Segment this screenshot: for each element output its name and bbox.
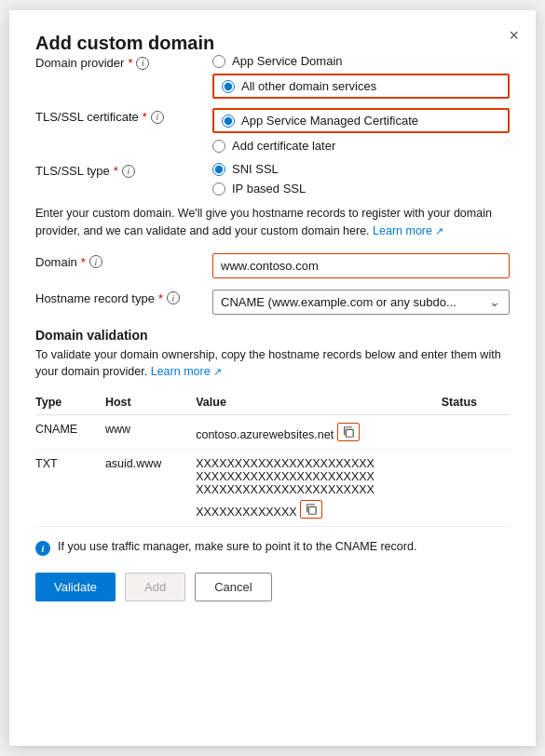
validation-description: To validate your domain ownership, copy … — [35, 346, 510, 382]
cell-type: CNAME — [35, 415, 105, 450]
cell-host: www — [105, 415, 196, 450]
cell-status — [442, 415, 510, 450]
cancel-button[interactable]: Cancel — [195, 573, 271, 601]
domain-provider-radio-app-service[interactable] — [212, 55, 225, 68]
domain-provider-all-other-box: All other domain services — [212, 74, 510, 99]
tls-ip-ssl-radio[interactable] — [212, 182, 225, 196]
domain-provider-radio-all-other[interactable] — [222, 80, 235, 93]
domain-field-info-icon[interactable]: i — [89, 255, 102, 268]
tls-managed-cert-box: App Service Managed Certificate — [212, 108, 510, 133]
records-table: Type Host Value Status CNAME www contoso… — [35, 392, 510, 527]
required-indicator: * — [114, 164, 118, 178]
add-custom-domain-dialog: Add custom domain × Domain provider * i … — [9, 10, 536, 746]
hostname-record-type-select-wrapper: CNAME (www.example.com or any subdo...A … — [212, 290, 510, 315]
svg-rect-1 — [308, 506, 316, 514]
cell-type: TXT — [35, 450, 105, 527]
tls-sni-ssl-option[interactable]: SNI SSL — [212, 162, 510, 176]
required-indicator: * — [128, 56, 132, 70]
domain-provider-app-service-domain[interactable]: App Service Domain — [212, 54, 510, 68]
domain-provider-label: Domain provider * i — [35, 54, 212, 70]
tls-sni-ssl-radio[interactable] — [212, 163, 225, 176]
hostname-record-type-row: Hostname record type * i CNAME (www.exam… — [35, 290, 510, 315]
external-link-icon: ↗ — [435, 225, 443, 236]
hostname-record-type-select[interactable]: CNAME (www.example.com or any subdo...A … — [212, 290, 510, 315]
tls-ssl-type-label: TLS/SSL type * i — [35, 162, 212, 178]
tls-ssl-type-row: TLS/SSL type * i SNI SSL IP based SSL — [35, 162, 510, 196]
required-indicator: * — [143, 110, 147, 124]
required-indicator: * — [81, 255, 86, 269]
traffic-notice: i If you use traffic manager, make sure … — [35, 540, 510, 556]
tls-ssl-cert-row: TLS/SSL certificate * i App Service Mana… — [35, 108, 510, 153]
cell-value: XXXXXXXXXXXXXXXXXXXXXXXXXXXXXXXXXXXXXXXX… — [196, 450, 442, 527]
cell-status — [442, 450, 510, 527]
hostname-record-type-label: Hostname record type * i — [35, 290, 212, 305]
tls-ssl-type-info-icon[interactable]: i — [122, 165, 135, 178]
validate-button[interactable]: Validate — [35, 573, 116, 601]
description-block: Enter your custom domain. We'll give you… — [35, 205, 510, 240]
tls-managed-cert-option[interactable]: App Service Managed Certificate — [222, 114, 418, 128]
svg-rect-0 — [346, 429, 353, 437]
domain-provider-row: Domain provider * i App Service Domain A… — [35, 54, 510, 99]
footer-buttons: Validate Add Cancel — [35, 573, 510, 601]
cell-host: asuid.www — [105, 450, 196, 527]
domain-provider-info-icon[interactable]: i — [136, 57, 149, 70]
validation-external-link-icon: ↗ — [213, 366, 222, 377]
tls-ip-ssl-option[interactable]: IP based SSL — [212, 182, 510, 196]
col-type: Type — [35, 392, 105, 415]
col-status: Status — [442, 392, 510, 415]
validation-learn-more-link[interactable]: Learn more ↗ — [151, 365, 222, 378]
tls-add-later-option[interactable]: Add certificate later — [212, 139, 510, 153]
cell-value: contoso.azurewebsites.net — [196, 415, 442, 450]
domain-validation-title: Domain validation — [35, 328, 510, 343]
table-row: TXT asuid.www XXXXXXXXXXXXXXXXXXXXXXXXXX… — [35, 450, 510, 527]
domain-provider-options: App Service Domain All other domain serv… — [212, 54, 510, 99]
domain-input-wrapper — [212, 253, 510, 278]
required-indicator: * — [158, 291, 163, 305]
learn-more-link[interactable]: Learn more ↗ — [373, 224, 443, 237]
domain-field-row: Domain * i — [35, 253, 510, 278]
dialog-title: Add custom domain — [35, 33, 214, 53]
close-button[interactable]: × — [509, 27, 519, 44]
tls-managed-cert-radio[interactable] — [222, 115, 235, 128]
tls-ssl-cert-options: App Service Managed Certificate Add cert… — [212, 108, 510, 153]
hostname-record-type-info-icon[interactable]: i — [167, 291, 180, 304]
add-button: Add — [125, 573, 185, 601]
tls-add-later-radio[interactable] — [212, 140, 225, 153]
tls-ssl-cert-info-icon[interactable]: i — [151, 111, 164, 124]
table-row: CNAME www contoso.azurewebsites.net — [35, 415, 510, 450]
col-host: Host — [105, 392, 196, 415]
copy-txt-value-button[interactable] — [300, 500, 322, 519]
notice-icon: i — [35, 541, 50, 556]
domain-input[interactable] — [212, 253, 510, 278]
col-value: Value — [196, 392, 442, 415]
tls-ssl-type-options: SNI SSL IP based SSL — [212, 162, 510, 196]
copy-cname-value-button[interactable] — [337, 423, 360, 441]
traffic-notice-text: If you use traffic manager, make sure to… — [58, 540, 416, 553]
tls-ssl-cert-label: TLS/SSL certificate * i — [35, 108, 212, 124]
domain-provider-all-other[interactable]: All other domain services — [222, 79, 376, 93]
domain-field-label: Domain * i — [35, 253, 212, 269]
